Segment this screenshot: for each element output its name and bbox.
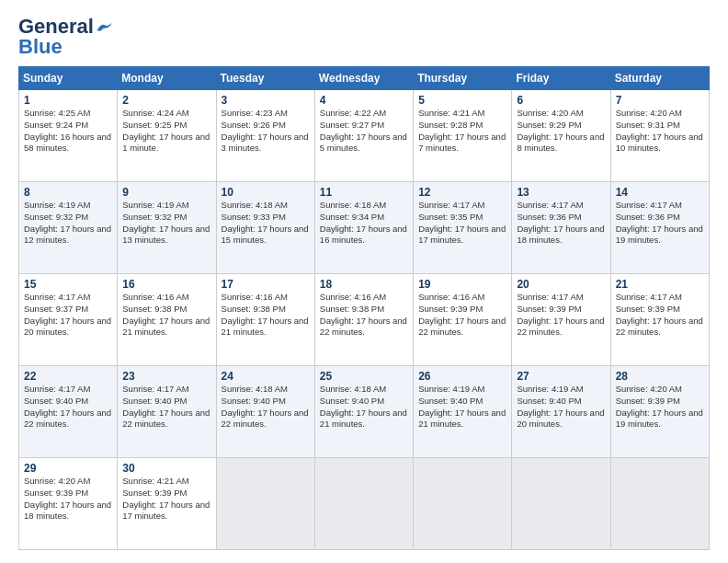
day-number: 12	[418, 186, 506, 199]
calendar-cell: 1Sunrise: 4:25 AMSunset: 9:24 PMDaylight…	[19, 90, 118, 182]
calendar-cell: 7Sunrise: 4:20 AMSunset: 9:31 PMDaylight…	[610, 90, 709, 182]
day-number: 1	[24, 94, 112, 107]
calendar-cell: 16Sunrise: 4:16 AMSunset: 9:38 PMDayligh…	[118, 274, 216, 366]
calendar-cell: 14Sunrise: 4:17 AMSunset: 9:36 PMDayligh…	[610, 182, 709, 274]
day-info: Sunrise: 4:23 AMSunset: 9:26 PMDaylight:…	[222, 108, 309, 153]
calendar-cell: 8Sunrise: 4:19 AMSunset: 9:32 PMDaylight…	[19, 182, 118, 274]
day-info: Sunrise: 4:25 AMSunset: 9:24 PMDaylight:…	[24, 108, 111, 153]
calendar-cell: 30Sunrise: 4:21 AMSunset: 9:39 PMDayligh…	[118, 458, 216, 550]
col-wednesday: Wednesday	[314, 67, 413, 90]
calendar-cell: 28Sunrise: 4:20 AMSunset: 9:39 PMDayligh…	[610, 366, 709, 458]
col-monday: Monday	[118, 67, 216, 90]
calendar-cell: 12Sunrise: 4:17 AMSunset: 9:35 PMDayligh…	[414, 182, 512, 274]
day-info: Sunrise: 4:16 AMSunset: 9:38 PMDaylight:…	[320, 292, 407, 337]
calendar-cell: 20Sunrise: 4:17 AMSunset: 9:39 PMDayligh…	[512, 274, 610, 366]
day-number: 3	[222, 94, 310, 107]
day-number: 25	[320, 370, 408, 383]
page: General Blue Sunday Monday Tuesday Wedne…	[0, 0, 728, 563]
day-number: 22	[24, 370, 112, 383]
col-tuesday: Tuesday	[216, 67, 314, 90]
day-number: 10	[222, 186, 310, 199]
day-number: 26	[418, 370, 506, 383]
calendar-cell: 9Sunrise: 4:19 AMSunset: 9:32 PMDaylight…	[118, 182, 216, 274]
col-friday: Friday	[512, 67, 610, 90]
day-info: Sunrise: 4:21 AMSunset: 9:39 PMDaylight:…	[122, 476, 210, 521]
week-row-1: 1Sunrise: 4:25 AMSunset: 9:24 PMDaylight…	[19, 90, 710, 182]
day-info: Sunrise: 4:20 AMSunset: 9:39 PMDaylight:…	[616, 384, 703, 429]
day-number: 20	[517, 278, 605, 291]
day-info: Sunrise: 4:17 AMSunset: 9:35 PMDaylight:…	[418, 200, 506, 245]
calendar-cell: 5Sunrise: 4:21 AMSunset: 9:28 PMDaylight…	[414, 90, 512, 182]
day-number: 28	[616, 370, 704, 383]
day-number: 2	[122, 94, 210, 107]
calendar-cell	[610, 458, 709, 550]
day-info: Sunrise: 4:21 AMSunset: 9:28 PMDaylight:…	[418, 108, 506, 153]
day-info: Sunrise: 4:16 AMSunset: 9:38 PMDaylight:…	[122, 292, 210, 337]
day-number: 11	[320, 186, 408, 199]
day-info: Sunrise: 4:17 AMSunset: 9:39 PMDaylight:…	[517, 292, 604, 337]
day-info: Sunrise: 4:22 AMSunset: 9:27 PMDaylight:…	[320, 108, 407, 153]
week-row-3: 15Sunrise: 4:17 AMSunset: 9:37 PMDayligh…	[19, 274, 710, 366]
week-row-2: 8Sunrise: 4:19 AMSunset: 9:32 PMDaylight…	[19, 182, 710, 274]
calendar-cell: 25Sunrise: 4:18 AMSunset: 9:40 PMDayligh…	[314, 366, 413, 458]
day-number: 15	[24, 278, 112, 291]
day-info: Sunrise: 4:16 AMSunset: 9:39 PMDaylight:…	[418, 292, 506, 337]
calendar-cell: 6Sunrise: 4:20 AMSunset: 9:29 PMDaylight…	[512, 90, 610, 182]
day-number: 4	[320, 94, 408, 107]
day-info: Sunrise: 4:20 AMSunset: 9:29 PMDaylight:…	[517, 108, 604, 153]
day-info: Sunrise: 4:17 AMSunset: 9:39 PMDaylight:…	[616, 292, 703, 337]
day-number: 30	[122, 462, 210, 475]
calendar-cell: 2Sunrise: 4:24 AMSunset: 9:25 PMDaylight…	[118, 90, 216, 182]
logo-general: General	[18, 17, 94, 37]
calendar-cell: 18Sunrise: 4:16 AMSunset: 9:38 PMDayligh…	[314, 274, 413, 366]
day-number: 17	[222, 278, 310, 291]
day-info: Sunrise: 4:18 AMSunset: 9:33 PMDaylight:…	[222, 200, 309, 245]
calendar-cell: 17Sunrise: 4:16 AMSunset: 9:38 PMDayligh…	[216, 274, 314, 366]
day-info: Sunrise: 4:20 AMSunset: 9:31 PMDaylight:…	[616, 108, 703, 153]
calendar-cell: 29Sunrise: 4:20 AMSunset: 9:39 PMDayligh…	[19, 458, 118, 550]
calendar-cell: 21Sunrise: 4:17 AMSunset: 9:39 PMDayligh…	[610, 274, 709, 366]
calendar-cell: 4Sunrise: 4:22 AMSunset: 9:27 PMDaylight…	[314, 90, 413, 182]
day-info: Sunrise: 4:24 AMSunset: 9:25 PMDaylight:…	[122, 108, 210, 153]
day-info: Sunrise: 4:17 AMSunset: 9:40 PMDaylight:…	[24, 384, 111, 429]
day-number: 8	[24, 186, 112, 199]
logo-bird-icon	[96, 21, 112, 32]
week-row-5: 29Sunrise: 4:20 AMSunset: 9:39 PMDayligh…	[19, 458, 710, 550]
calendar-cell	[216, 458, 314, 550]
day-number: 23	[122, 370, 210, 383]
col-thursday: Thursday	[414, 67, 512, 90]
day-number: 7	[616, 94, 704, 107]
day-info: Sunrise: 4:18 AMSunset: 9:40 PMDaylight:…	[320, 384, 407, 429]
weekday-header-row: Sunday Monday Tuesday Wednesday Thursday…	[19, 67, 710, 90]
day-number: 6	[517, 94, 605, 107]
day-number: 24	[222, 370, 310, 383]
calendar-cell: 22Sunrise: 4:17 AMSunset: 9:40 PMDayligh…	[19, 366, 118, 458]
calendar-cell: 15Sunrise: 4:17 AMSunset: 9:37 PMDayligh…	[19, 274, 118, 366]
day-info: Sunrise: 4:17 AMSunset: 9:36 PMDaylight:…	[616, 200, 703, 245]
day-info: Sunrise: 4:17 AMSunset: 9:37 PMDaylight:…	[24, 292, 111, 337]
col-saturday: Saturday	[610, 67, 709, 90]
day-number: 9	[122, 186, 210, 199]
day-info: Sunrise: 4:19 AMSunset: 9:40 PMDaylight:…	[418, 384, 506, 429]
logo-blue: Blue	[18, 37, 63, 57]
calendar-cell	[512, 458, 610, 550]
day-info: Sunrise: 4:16 AMSunset: 9:38 PMDaylight:…	[222, 292, 309, 337]
day-info: Sunrise: 4:20 AMSunset: 9:39 PMDaylight:…	[24, 476, 111, 521]
day-info: Sunrise: 4:18 AMSunset: 9:40 PMDaylight:…	[222, 384, 309, 429]
day-number: 29	[24, 462, 112, 475]
day-info: Sunrise: 4:17 AMSunset: 9:40 PMDaylight:…	[122, 384, 210, 429]
day-info: Sunrise: 4:18 AMSunset: 9:34 PMDaylight:…	[320, 200, 407, 245]
calendar-cell: 27Sunrise: 4:19 AMSunset: 9:40 PMDayligh…	[512, 366, 610, 458]
day-number: 18	[320, 278, 408, 291]
calendar-cell: 13Sunrise: 4:17 AMSunset: 9:36 PMDayligh…	[512, 182, 610, 274]
day-number: 27	[517, 370, 605, 383]
calendar-cell	[314, 458, 413, 550]
day-info: Sunrise: 4:17 AMSunset: 9:36 PMDaylight:…	[517, 200, 604, 245]
week-row-4: 22Sunrise: 4:17 AMSunset: 9:40 PMDayligh…	[19, 366, 710, 458]
calendar-cell: 26Sunrise: 4:19 AMSunset: 9:40 PMDayligh…	[414, 366, 512, 458]
calendar-cell	[414, 458, 512, 550]
day-number: 21	[616, 278, 704, 291]
day-info: Sunrise: 4:19 AMSunset: 9:40 PMDaylight:…	[517, 384, 604, 429]
day-info: Sunrise: 4:19 AMSunset: 9:32 PMDaylight:…	[122, 200, 210, 245]
calendar-cell: 11Sunrise: 4:18 AMSunset: 9:34 PMDayligh…	[314, 182, 413, 274]
